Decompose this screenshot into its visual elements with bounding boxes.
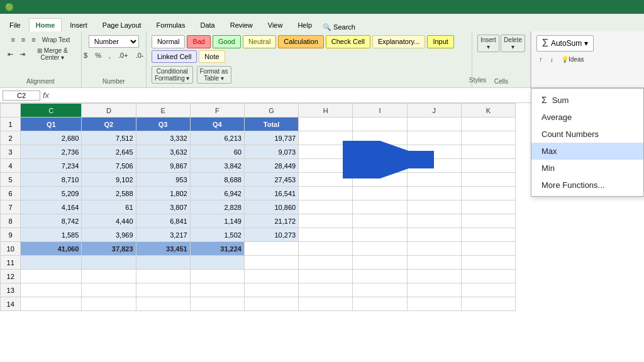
cell-k3[interactable] [461,145,515,159]
cell-e4[interactable]: 9,867 [136,159,190,173]
cell-c7[interactable]: 4,164 [21,200,82,214]
col-header-j[interactable]: J [407,104,461,118]
cell-e13[interactable] [136,283,190,297]
cell-k12[interactable] [461,270,515,283]
cell-f1[interactable]: Q4 [190,118,244,131]
cell-d12[interactable] [82,270,136,283]
cell-c3[interactable]: 2,736 [21,145,82,159]
decimal-increase-btn[interactable]: .0+ [116,50,131,60]
dropdown-sum[interactable]: Σ Sum [531,91,643,109]
indent-right-btn[interactable]: ⇥ [17,46,28,62]
style-check-btn[interactable]: Check Cell [326,35,370,48]
cell-d2[interactable]: 7,512 [82,131,136,145]
cell-i3[interactable] [353,145,407,159]
cell-i9[interactable] [353,228,407,242]
cell-g8[interactable]: 21,172 [244,214,298,228]
cell-k5[interactable] [461,173,515,187]
cell-f8[interactable]: 1,149 [190,214,244,228]
cell-h6[interactable] [299,187,353,200]
col-header-h[interactable]: H [299,104,353,118]
cell-i13[interactable] [353,283,407,297]
cell-e5[interactable]: 953 [136,173,190,187]
search-box[interactable]: 🔍 Search [323,23,355,31]
cell-j3[interactable] [407,145,461,159]
cell-d1[interactable]: Q2 [82,118,136,131]
format-as-table-btn[interactable]: Format asTable ▾ [197,66,231,84]
cell-g6[interactable]: 16,541 [244,187,298,200]
comma-btn[interactable]: , [106,50,113,60]
cell-j4[interactable] [407,159,461,173]
cell-h2[interactable] [299,131,353,145]
cell-f9[interactable]: 1,502 [190,228,244,242]
cell-c2[interactable]: 2,680 [21,131,82,145]
tab-help[interactable]: Help [291,18,319,31]
cell-d13[interactable] [82,283,136,297]
cell-d7[interactable]: 61 [82,200,136,214]
decimal-decrease-btn[interactable]: .0- [133,50,147,60]
cell-g9[interactable]: 10,273 [244,228,298,242]
cell-d9[interactable]: 3,969 [82,228,136,242]
dropdown-count-numbers[interactable]: Count Numbers [531,126,643,143]
cell-h4[interactable] [299,159,353,173]
cell-j10[interactable] [407,242,461,256]
cell-f3[interactable]: 60 [190,145,244,159]
delete-cells-btn[interactable]: Delete ▾ [501,35,525,52]
cell-d4[interactable]: 7,506 [82,159,136,173]
cell-c12[interactable] [21,270,82,283]
autosum-button[interactable]: Σ AutoSum ▾ [536,35,594,52]
cell-i4[interactable] [353,159,407,173]
col-header-k[interactable]: K [461,104,515,118]
cell-k2[interactable] [461,131,515,145]
sort-desc-btn[interactable]: ↓ [548,54,557,64]
cell-c6[interactable]: 5,209 [21,187,82,200]
style-calculation-btn[interactable]: Calculation [278,35,323,48]
tab-review[interactable]: Review [223,18,260,31]
tab-insert[interactable]: Insert [63,18,94,31]
cell-k10[interactable] [461,242,515,256]
cell-i8[interactable] [353,214,407,228]
cell-d10[interactable]: 37,823 [82,242,136,256]
tab-data[interactable]: Data [193,18,221,31]
cell-f11[interactable] [190,256,244,270]
style-neutral-btn[interactable]: Neutral [243,35,276,48]
cell-g13[interactable] [244,283,298,297]
cell-f13[interactable] [190,283,244,297]
style-input-btn[interactable]: Input [427,35,453,48]
tab-page-layout[interactable]: Page Layout [96,18,148,31]
col-header-c[interactable]: C [21,104,82,118]
ideas-btn[interactable]: 💡Ideas [558,54,586,64]
currency-btn[interactable]: $ [81,50,90,60]
style-good-btn[interactable]: Good [213,35,241,48]
col-header-g[interactable]: G [244,104,298,118]
col-header-d[interactable]: D [82,104,136,118]
cell-g7[interactable]: 10,860 [244,200,298,214]
cell-g11[interactable] [244,256,298,270]
cell-k8[interactable] [461,214,515,228]
cell-j6[interactable] [407,187,461,200]
cell-c8[interactable]: 8,742 [21,214,82,228]
cell-g5[interactable]: 27,453 [244,173,298,187]
merge-center-btn[interactable]: ⊞ Merge & Center ▾ [29,46,76,62]
cell-j13[interactable] [407,283,461,297]
cell-k4[interactable] [461,159,515,173]
cell-j12[interactable] [407,270,461,283]
cell-e7[interactable]: 3,807 [136,200,190,214]
tab-view[interactable]: View [261,18,290,31]
autosum-dropdown-arrow[interactable]: ▾ [584,39,588,48]
cell-k13[interactable] [461,283,515,297]
cell-c11[interactable] [21,256,82,270]
cell-f12[interactable] [190,270,244,283]
cell-g2[interactable]: 19,737 [244,131,298,145]
cell-f10[interactable]: 31,224 [190,242,244,256]
cell-c14[interactable] [21,297,82,311]
cell-g10[interactable] [244,242,298,256]
cell-k11[interactable] [461,256,515,270]
percent-btn[interactable]: % [92,50,104,60]
cell-h1[interactable] [299,118,353,131]
cell-h13[interactable] [299,283,353,297]
cell-j9[interactable] [407,228,461,242]
number-format-dropdown[interactable]: Number Currency Percentage [89,35,139,48]
conditional-formatting-btn[interactable]: ConditionalFormatting ▾ [152,66,193,84]
cell-c9[interactable]: 1,585 [21,228,82,242]
cell-d8[interactable]: 4,440 [82,214,136,228]
